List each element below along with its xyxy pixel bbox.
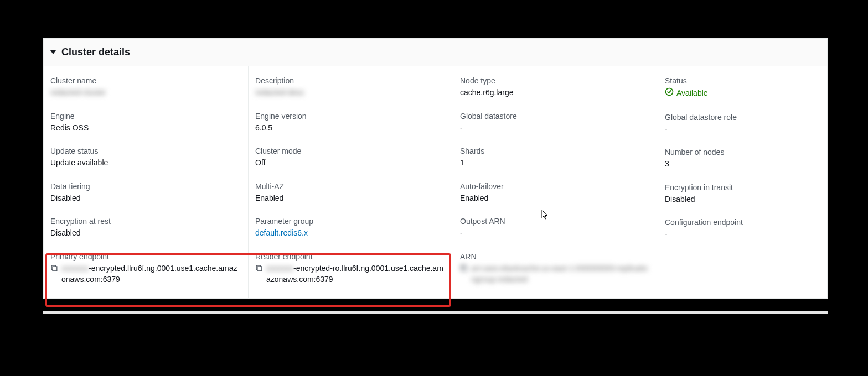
global-ds-role-value: -: [665, 124, 820, 135]
arn-label: ARN: [460, 252, 651, 261]
outpost-arn-value: -: [460, 228, 651, 239]
shards-value: 1: [460, 158, 651, 169]
copy-icon[interactable]: [50, 264, 58, 272]
auto-failover-value: Enabled: [460, 193, 651, 204]
shards-label: Shards: [460, 147, 651, 155]
update-status-value: Update available: [50, 158, 241, 169]
engine-version-value: 6.0.5: [255, 123, 446, 134]
col-4: Status Available Global datastore role -…: [658, 66, 827, 298]
cluster-mode-value: Off: [255, 158, 446, 169]
outpost-arn-label: Outpost ARN: [460, 217, 651, 226]
col-3: Node type cache.r6g.large Global datasto…: [453, 66, 658, 298]
cluster-name-value: redacted-cluster: [50, 87, 106, 98]
auto-failover-label: Auto-failover: [460, 182, 651, 191]
num-nodes-value: 3: [665, 159, 820, 170]
primary-endpoint-label: Primary endpoint: [50, 252, 241, 261]
engine-label: Engine: [50, 112, 241, 121]
global-datastore-label: Global datastore: [460, 112, 651, 121]
description-label: Description: [255, 76, 446, 85]
param-group-link[interactable]: default.redis6.x: [255, 228, 446, 239]
global-datastore-value: -: [460, 123, 651, 134]
svg-rect-0: [53, 267, 57, 271]
col-2: Description redacted-desc Engine version…: [249, 66, 453, 298]
panel-title: Cluster details: [61, 46, 130, 58]
engine-value: Redis OSS: [50, 123, 241, 134]
collapse-caret-icon[interactable]: [50, 50, 56, 54]
num-nodes-label: Number of nodes: [665, 148, 820, 156]
data-tiering-label: Data tiering: [50, 182, 241, 191]
data-tiering-value: Disabled: [50, 193, 241, 204]
enc-at-rest-label: Encryption at rest: [50, 217, 241, 226]
engine-version-label: Engine version: [255, 112, 446, 121]
enc-transit-label: Encryption in transit: [665, 183, 820, 192]
node-type-value: cache.r6g.large: [460, 87, 651, 98]
multi-az-label: Multi-AZ: [255, 182, 446, 191]
svg-rect-2: [462, 267, 467, 271]
check-circle-icon: [665, 87, 674, 100]
arn-value: arn:aws:elasticache:us-east-1:000000000:…: [471, 263, 651, 285]
panel-header: Cluster details: [44, 39, 827, 66]
param-group-label: Parameter group: [255, 217, 446, 226]
global-ds-role-label: Global datastore role: [665, 113, 820, 122]
reader-endpoint-value: xxxxxxx-encrypted-ro.llru6f.ng.0001.use1…: [266, 263, 446, 285]
status-label: Status: [665, 76, 820, 85]
col-1: Cluster name redacted-cluster Engine Red…: [44, 66, 249, 298]
enc-at-rest-value: Disabled: [50, 228, 241, 239]
primary-endpoint-value: xxxxxxx-encrypted.llru6f.ng.0001.use1.ca…: [61, 263, 241, 285]
cluster-mode-label: Cluster mode: [255, 147, 446, 155]
copy-icon[interactable]: [255, 264, 263, 272]
description-value: redacted-desc: [255, 87, 304, 98]
node-type-label: Node type: [460, 76, 651, 85]
status-value: Available: [665, 87, 708, 100]
cluster-details-panel: Cluster details Cluster name redacted-cl…: [43, 38, 828, 299]
reader-endpoint-label: Reader endpoint: [255, 252, 446, 261]
update-status-label: Update status: [50, 147, 241, 155]
panel-bottom-strip: [43, 311, 828, 314]
cluster-name-label: Cluster name: [50, 76, 241, 85]
multi-az-value: Enabled: [255, 193, 446, 204]
config-endpoint-value: -: [665, 229, 820, 240]
svg-rect-1: [257, 267, 262, 271]
enc-transit-value: Disabled: [665, 194, 820, 205]
copy-icon[interactable]: [460, 264, 468, 272]
config-endpoint-label: Configuration endpoint: [665, 218, 820, 227]
details-grid: Cluster name redacted-cluster Engine Red…: [44, 66, 827, 298]
